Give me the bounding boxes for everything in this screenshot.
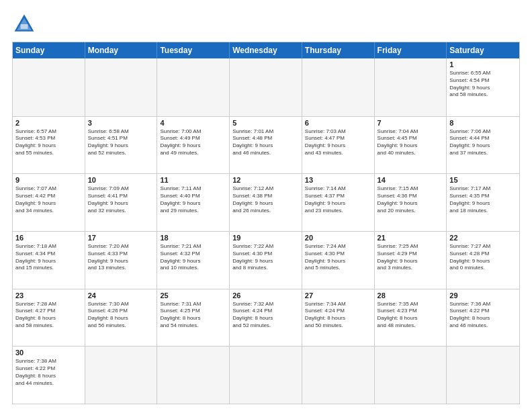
cal-cell xyxy=(157,347,230,404)
sun-info: Sunrise: 7:31 AM Sunset: 4:25 PM Dayligh… xyxy=(160,301,226,330)
sun-info: Sunrise: 7:11 AM Sunset: 4:40 PM Dayligh… xyxy=(160,185,226,214)
header-monday: Monday xyxy=(85,42,158,58)
day-number: 19 xyxy=(232,234,299,242)
cal-cell: 25Sunrise: 7:31 AM Sunset: 4:25 PM Dayli… xyxy=(157,289,230,347)
cal-cell xyxy=(375,58,447,116)
sun-info: Sunrise: 7:20 AM Sunset: 4:33 PM Dayligh… xyxy=(88,243,154,272)
cal-cell xyxy=(302,58,375,116)
cal-cell: 5Sunrise: 7:01 AM Sunset: 4:48 PM Daylig… xyxy=(230,117,302,174)
day-number: 15 xyxy=(449,176,517,184)
cal-cell: 29Sunrise: 7:36 AM Sunset: 4:22 PM Dayli… xyxy=(447,289,519,347)
sun-info: Sunrise: 7:22 AM Sunset: 4:30 PM Dayligh… xyxy=(232,243,299,272)
sun-info: Sunrise: 7:36 AM Sunset: 4:22 PM Dayligh… xyxy=(449,301,517,330)
day-number: 4 xyxy=(160,119,226,127)
svg-rect-2 xyxy=(21,24,28,29)
cal-cell: 18Sunrise: 7:21 AM Sunset: 4:32 PM Dayli… xyxy=(157,232,230,289)
sun-info: Sunrise: 7:32 AM Sunset: 4:24 PM Dayligh… xyxy=(232,301,299,330)
week-row-1: 2Sunrise: 6:57 AM Sunset: 4:53 PM Daylig… xyxy=(13,116,519,174)
week-row-2: 9Sunrise: 7:07 AM Sunset: 4:42 PM Daylig… xyxy=(13,173,519,231)
cal-cell: 7Sunrise: 7:04 AM Sunset: 4:45 PM Daylig… xyxy=(375,117,447,174)
cal-cell: 8Sunrise: 7:06 AM Sunset: 4:44 PM Daylig… xyxy=(447,117,519,174)
day-number: 29 xyxy=(449,291,517,300)
cal-cell xyxy=(85,58,158,116)
day-number: 18 xyxy=(160,234,226,242)
cal-cell: 13Sunrise: 7:14 AM Sunset: 4:37 PM Dayli… xyxy=(302,174,375,231)
sun-info: Sunrise: 6:55 AM Sunset: 4:54 PM Dayligh… xyxy=(449,70,517,99)
cal-cell: 20Sunrise: 7:24 AM Sunset: 4:30 PM Dayli… xyxy=(302,232,375,289)
cal-cell: 27Sunrise: 7:34 AM Sunset: 4:24 PM Dayli… xyxy=(302,289,375,347)
day-number: 8 xyxy=(449,119,517,127)
sun-info: Sunrise: 7:15 AM Sunset: 4:36 PM Dayligh… xyxy=(378,185,444,214)
sun-info: Sunrise: 7:09 AM Sunset: 4:41 PM Dayligh… xyxy=(88,185,154,214)
cal-cell: 17Sunrise: 7:20 AM Sunset: 4:33 PM Dayli… xyxy=(85,232,158,289)
week-row-5: 30Sunrise: 7:38 AM Sunset: 4:22 PM Dayli… xyxy=(13,346,519,404)
week-row-3: 16Sunrise: 7:18 AM Sunset: 4:34 PM Dayli… xyxy=(13,231,519,289)
day-number: 25 xyxy=(160,291,226,300)
sun-info: Sunrise: 7:06 AM Sunset: 4:44 PM Dayligh… xyxy=(449,128,517,157)
day-number: 9 xyxy=(15,176,82,184)
day-number: 28 xyxy=(378,291,444,300)
cal-cell xyxy=(375,347,447,404)
day-number: 7 xyxy=(378,119,444,127)
cal-cell: 12Sunrise: 7:12 AM Sunset: 4:38 PM Dayli… xyxy=(230,174,302,231)
sun-info: Sunrise: 7:18 AM Sunset: 4:34 PM Dayligh… xyxy=(15,243,82,272)
cal-cell xyxy=(302,347,375,404)
day-number: 3 xyxy=(88,119,154,127)
day-number: 10 xyxy=(88,176,154,184)
sun-info: Sunrise: 7:07 AM Sunset: 4:42 PM Dayligh… xyxy=(15,185,82,214)
cal-cell: 23Sunrise: 7:28 AM Sunset: 4:27 PM Dayli… xyxy=(13,289,85,347)
cal-cell xyxy=(230,347,302,404)
sun-info: Sunrise: 7:38 AM Sunset: 4:22 PM Dayligh… xyxy=(15,358,82,387)
sun-info: Sunrise: 7:03 AM Sunset: 4:47 PM Dayligh… xyxy=(305,128,371,157)
cal-cell: 14Sunrise: 7:15 AM Sunset: 4:36 PM Dayli… xyxy=(375,174,447,231)
calendar: SundayMondayTuesdayWednesdayThursdayFrid… xyxy=(12,42,520,404)
day-number: 26 xyxy=(232,291,299,300)
cal-cell: 2Sunrise: 6:57 AM Sunset: 4:53 PM Daylig… xyxy=(13,117,85,174)
cal-cell: 28Sunrise: 7:35 AM Sunset: 4:23 PM Dayli… xyxy=(375,289,447,347)
calendar-body: 1Sunrise: 6:55 AM Sunset: 4:54 PM Daylig… xyxy=(13,58,519,404)
cal-cell xyxy=(447,347,519,404)
cal-cell xyxy=(230,58,302,116)
cal-cell: 1Sunrise: 6:55 AM Sunset: 4:54 PM Daylig… xyxy=(447,58,519,116)
sun-info: Sunrise: 7:00 AM Sunset: 4:49 PM Dayligh… xyxy=(160,128,226,157)
sun-info: Sunrise: 7:34 AM Sunset: 4:24 PM Dayligh… xyxy=(305,301,371,330)
header-saturday: Saturday xyxy=(447,42,519,58)
calendar-header: SundayMondayTuesdayWednesdayThursdayFrid… xyxy=(13,42,519,58)
cal-cell: 19Sunrise: 7:22 AM Sunset: 4:30 PM Dayli… xyxy=(230,232,302,289)
page: SundayMondayTuesdayWednesdayThursdayFrid… xyxy=(0,0,532,411)
day-number: 22 xyxy=(449,234,517,242)
cal-cell: 4Sunrise: 7:00 AM Sunset: 4:49 PM Daylig… xyxy=(157,117,230,174)
header-tuesday: Tuesday xyxy=(157,42,230,58)
cal-cell: 21Sunrise: 7:25 AM Sunset: 4:29 PM Dayli… xyxy=(375,232,447,289)
day-number: 24 xyxy=(88,291,154,300)
sun-info: Sunrise: 7:24 AM Sunset: 4:30 PM Dayligh… xyxy=(305,243,371,272)
day-number: 16 xyxy=(15,234,82,242)
sun-info: Sunrise: 7:04 AM Sunset: 4:45 PM Dayligh… xyxy=(378,128,444,157)
day-number: 13 xyxy=(305,176,371,184)
cal-cell: 26Sunrise: 7:32 AM Sunset: 4:24 PM Dayli… xyxy=(230,289,302,347)
sun-info: Sunrise: 7:12 AM Sunset: 4:38 PM Dayligh… xyxy=(232,185,299,214)
cal-cell: 30Sunrise: 7:38 AM Sunset: 4:22 PM Dayli… xyxy=(13,347,85,404)
day-number: 11 xyxy=(160,176,226,184)
header-sunday: Sunday xyxy=(13,42,85,58)
cal-cell xyxy=(13,58,85,116)
cal-cell: 15Sunrise: 7:17 AM Sunset: 4:35 PM Dayli… xyxy=(447,174,519,231)
sun-info: Sunrise: 7:30 AM Sunset: 4:26 PM Dayligh… xyxy=(88,301,154,330)
day-number: 12 xyxy=(232,176,299,184)
day-number: 17 xyxy=(88,234,154,242)
sun-info: Sunrise: 6:57 AM Sunset: 4:53 PM Dayligh… xyxy=(15,128,82,157)
header-thursday: Thursday xyxy=(302,42,375,58)
logo-icon xyxy=(12,12,36,36)
header-wednesday: Wednesday xyxy=(230,42,302,58)
cal-cell xyxy=(85,347,158,404)
sun-info: Sunrise: 7:27 AM Sunset: 4:28 PM Dayligh… xyxy=(449,243,517,272)
cal-cell: 6Sunrise: 7:03 AM Sunset: 4:47 PM Daylig… xyxy=(302,117,375,174)
day-number: 21 xyxy=(378,234,444,242)
cal-cell xyxy=(157,58,230,116)
sun-info: Sunrise: 7:35 AM Sunset: 4:23 PM Dayligh… xyxy=(378,301,444,330)
sun-info: Sunrise: 7:17 AM Sunset: 4:35 PM Dayligh… xyxy=(449,185,517,214)
cal-cell: 22Sunrise: 7:27 AM Sunset: 4:28 PM Dayli… xyxy=(447,232,519,289)
cal-cell: 16Sunrise: 7:18 AM Sunset: 4:34 PM Dayli… xyxy=(13,232,85,289)
sun-info: Sunrise: 7:28 AM Sunset: 4:27 PM Dayligh… xyxy=(15,301,82,330)
cal-cell: 24Sunrise: 7:30 AM Sunset: 4:26 PM Dayli… xyxy=(85,289,158,347)
